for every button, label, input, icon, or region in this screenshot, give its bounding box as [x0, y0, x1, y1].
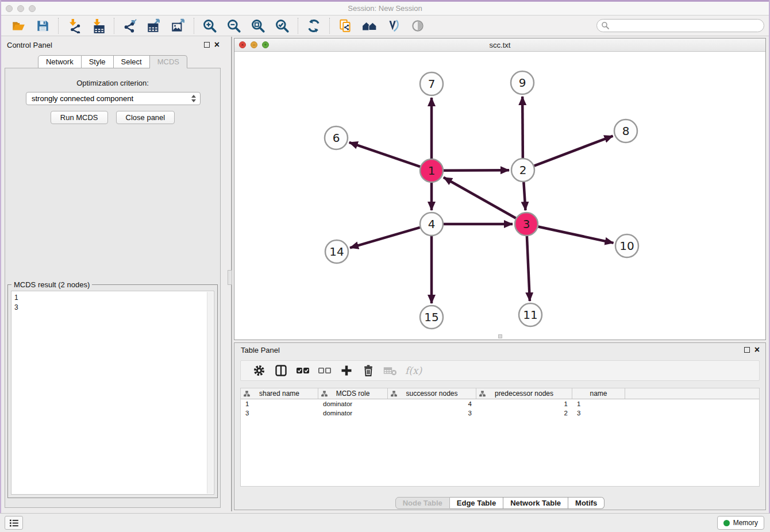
node-table[interactable]: shared nameMCDS rolesuccessor nodesprede…	[240, 388, 760, 487]
table-cell[interactable]: 1	[572, 399, 625, 408]
open-file-icon[interactable]	[11, 18, 26, 33]
column-header-label: predecessor nodes	[495, 390, 553, 398]
layout-icon[interactable]	[362, 18, 377, 33]
graph-edge-1-2[interactable]	[444, 170, 509, 171]
hide-columns-icon[interactable]	[318, 364, 332, 377]
column-header-name[interactable]: name	[572, 388, 625, 399]
graph-edge-2-3[interactable]	[523, 182, 525, 210]
tab-select[interactable]: Select	[114, 55, 150, 68]
float-table-panel-icon[interactable]	[744, 347, 750, 353]
table-cell[interactable]: 3	[572, 408, 625, 418]
details-eye-icon[interactable]	[410, 18, 425, 33]
export-table-icon[interactable]	[147, 18, 161, 33]
export-image-icon[interactable]	[171, 18, 186, 33]
graph-edge-3-10[interactable]	[538, 226, 614, 242]
list-icon	[9, 519, 19, 527]
run-mcds-button[interactable]: Run MCDS	[51, 111, 108, 124]
column-header-label: name	[590, 390, 607, 398]
search-input[interactable]	[596, 19, 764, 32]
column-header-shared-name[interactable]: shared name	[241, 388, 318, 399]
table-cell[interactable]: 3	[388, 408, 476, 418]
mcds-result-group: MCDS result (2 nodes) 1 3	[7, 284, 218, 498]
optimization-criterion-label: Optimization criterion:	[5, 79, 220, 87]
toolbar-separator	[114, 18, 114, 34]
graph-node-label-15: 15	[424, 310, 438, 324]
graph-node-label-14: 14	[329, 245, 344, 259]
zoom-in-icon[interactable]	[202, 18, 217, 33]
gear-icon[interactable]	[252, 364, 266, 377]
column-header-MCDS-role[interactable]: MCDS role	[318, 388, 388, 399]
result-scrollbar[interactable]	[207, 292, 213, 494]
graph-node-label-6: 6	[333, 131, 340, 145]
window-frame-left	[0, 0, 1, 532]
control-panel-tabs: Network Style Select MCDS	[0, 55, 225, 68]
table-cell[interactable]: 3	[241, 408, 318, 418]
tab-edge-table[interactable]: Edge Table	[450, 497, 503, 509]
columns-icon[interactable]	[274, 364, 288, 377]
table-cell[interactable]: dominator	[318, 399, 388, 408]
criterion-select[interactable]: strongly connected component	[26, 92, 201, 105]
memory-button[interactable]: Memory	[717, 516, 764, 530]
search-field-wrap	[596, 19, 764, 32]
table-row[interactable]: 3dominator323	[241, 408, 759, 418]
table-cell[interactable]: 2	[476, 408, 572, 418]
search-icon	[601, 21, 610, 30]
tab-mcds[interactable]: MCDS	[150, 55, 187, 68]
float-panel-icon[interactable]	[204, 42, 210, 48]
graph-edge-4-14[interactable]	[350, 228, 420, 248]
graph-edge-2-9[interactable]	[522, 97, 523, 158]
table-cell[interactable]: dominator	[318, 408, 388, 418]
add-column-icon[interactable]	[340, 364, 353, 377]
save-session-icon[interactable]	[35, 18, 50, 33]
column-header-successor-nodes[interactable]: successor nodes	[388, 388, 476, 399]
network-canvas[interactable]: 1234678910111415	[234, 52, 765, 340]
table-cell[interactable]: 4	[388, 399, 476, 408]
graph-edge-2-8[interactable]	[534, 136, 613, 166]
toolbar-separator	[298, 18, 298, 34]
tab-network-table[interactable]: Network Table	[503, 497, 568, 509]
toolbar-separator	[194, 18, 194, 34]
close-table-panel-icon[interactable]: ×	[754, 347, 760, 353]
refresh-icon[interactable]	[306, 18, 321, 33]
close-panel-icon[interactable]: ×	[214, 42, 220, 48]
mcds-result-area[interactable]: 1 3	[11, 291, 214, 495]
network-window-title: scc.txt	[234, 41, 765, 49]
column-header-predecessor-nodes[interactable]: predecessor nodes	[476, 388, 572, 399]
criterion-value: strongly connected component	[32, 94, 133, 103]
import-table-icon[interactable]	[91, 18, 106, 33]
toolbar-separator	[329, 18, 330, 34]
graph-node-label-10: 10	[619, 239, 634, 253]
export-network-icon[interactable]	[122, 18, 137, 33]
table-panel-header: Table Panel ×	[234, 343, 765, 357]
graph-node-label-3: 3	[523, 217, 530, 231]
table-panel: Table Panel × f(x) shared	[234, 342, 766, 510]
show-columns-icon[interactable]	[296, 364, 310, 377]
table-cell[interactable]: 1	[241, 399, 318, 408]
tab-node-table[interactable]: Node Table	[395, 497, 450, 509]
column-type-icon	[321, 391, 328, 397]
mcds-result-text: 1 3	[11, 291, 214, 314]
canvas-resize-handle[interactable]	[498, 334, 502, 338]
tab-style[interactable]: Style	[82, 55, 114, 68]
close-panel-button[interactable]: Close panel	[116, 111, 175, 124]
style-toggle-icon[interactable]	[386, 18, 401, 33]
panel-splitter-handle[interactable]	[228, 270, 232, 285]
zoom-selected-icon[interactable]	[275, 18, 290, 33]
table-header-row: shared nameMCDS rolesuccessor nodesprede…	[241, 388, 759, 399]
task-history-button[interactable]	[5, 516, 23, 530]
table-panel-title: Table Panel	[241, 346, 280, 354]
table-row[interactable]: 1dominator411	[241, 399, 759, 408]
clone-network-icon[interactable]	[338, 18, 353, 33]
delete-column-icon[interactable]	[361, 364, 375, 377]
graph-edge-3-1[interactable]	[444, 178, 516, 218]
delete-table-icon[interactable]	[383, 364, 397, 377]
table-cell[interactable]: 1	[476, 399, 572, 408]
tab-network[interactable]: Network	[38, 55, 82, 68]
import-network-icon[interactable]	[67, 18, 82, 33]
graph-edge-3-11[interactable]	[527, 236, 530, 301]
tab-motifs[interactable]: Motifs	[568, 497, 605, 509]
zoom-out-icon[interactable]	[226, 18, 241, 33]
network-window-titlebar: × − + scc.txt	[234, 38, 765, 52]
graph-edge-1-6[interactable]	[349, 142, 420, 167]
zoom-fit-icon[interactable]	[251, 18, 265, 33]
